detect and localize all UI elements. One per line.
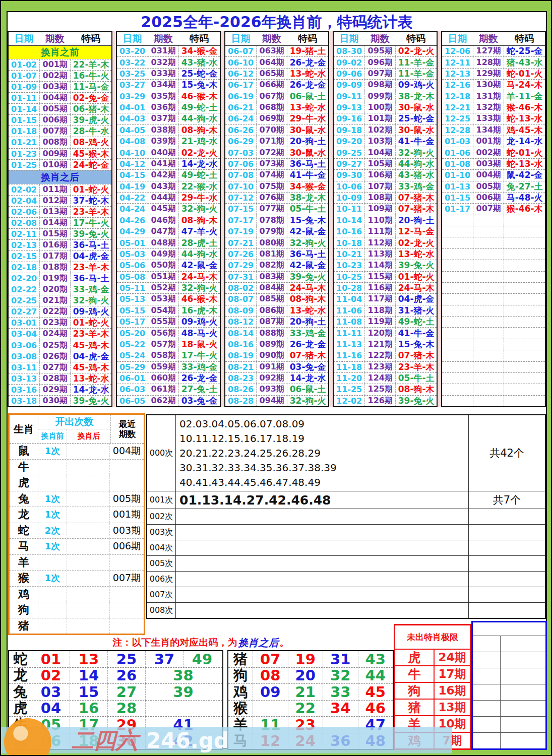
draw-date: 06-21 <box>225 102 256 113</box>
draw-code: 02-龙-火 <box>395 237 437 248</box>
draw-period: 008期 <box>39 137 70 148</box>
draw-period <box>473 249 504 260</box>
draw-period: 110期 <box>364 215 395 226</box>
draw-table-5: 日期 期数 特码 12-06 127期 蛇-25-金 12-11 <box>441 31 546 407</box>
draw-code: 03-兔-金 <box>178 396 220 406</box>
draw-date: 09-02 <box>334 57 364 68</box>
draw-period: 042期 <box>148 170 178 180</box>
draw-date: 06-10 <box>225 57 256 68</box>
draw-row: 03-08 026期 04-虎-金 <box>9 351 111 362</box>
draw-period: 014期 <box>39 218 70 228</box>
draw-row: 03-13 028期 13-蛇-水 <box>9 373 111 384</box>
sheet-body: 2025全年-2026年换肖前，特码统计表 日期 期数 特码 换肖之前 01-0… <box>7 11 547 749</box>
draw-period <box>473 226 504 237</box>
stats-before-count: 1次 <box>38 539 67 554</box>
table-body: 换肖之前 01-02 001期 22-羊-木 01-07 002期 16-牛-火 <box>9 46 111 406</box>
draw-period: 004期 <box>39 93 70 103</box>
zodiac-number: 08 <box>253 668 288 684</box>
draw-period <box>473 317 504 327</box>
draw-date: 05-24 <box>117 350 148 361</box>
limit-periods: 13期 <box>435 700 470 715</box>
draw-row: 08-26 093期 06-鼠-土 <box>225 384 328 395</box>
draw-code: 蛇-13-水 <box>504 159 545 169</box>
draw-code: 08-鸡-火 <box>70 137 111 148</box>
draw-row: 08-23 092期 14-龙-水 <box>225 372 328 384</box>
draw-row: 02-18 018期 23-羊-木 <box>9 262 111 273</box>
draw-period: 001期 <box>39 59 70 70</box>
draw-period: 037期 <box>148 113 178 124</box>
draw-date: 11-08 <box>334 317 364 327</box>
zodiac-number: 27 <box>107 684 145 700</box>
draw-date: 12-02 <box>334 396 364 406</box>
limit-zodiac: 虎 <box>395 650 435 665</box>
stats-recent-period <box>110 555 144 571</box>
draw-row <box>442 226 545 237</box>
draw-period: 059期 <box>148 362 178 372</box>
draw-code: 42-鼠-金 <box>287 260 328 271</box>
draw-period: 019期 <box>39 273 70 284</box>
draw-code: 38-龙-木 <box>287 193 328 203</box>
draw-code: 30-鼠-水 <box>287 147 328 158</box>
draw-row: 11-20 124期 05-牛-土 <box>334 372 437 384</box>
draw-code: 猴-46-木 <box>504 204 545 214</box>
draw-code: 36-马-土 <box>287 249 328 260</box>
draw-date <box>442 350 473 361</box>
draw-row: 04-12 041期 14-龙-水 <box>117 158 220 169</box>
draw-date <box>442 339 473 350</box>
stats-before-count <box>38 475 67 491</box>
stats-before-count: 1次 <box>38 444 67 459</box>
draw-period: 133期 <box>473 113 504 124</box>
draw-row: 07-29 082期 42-鼠-金 <box>225 260 328 271</box>
draw-date: 01-07 <box>9 71 39 81</box>
draw-date: 04-22 <box>117 193 148 203</box>
zodiac-number: 33 <box>323 684 358 700</box>
draw-row: 04-10 040期 02-龙-火 <box>117 147 220 158</box>
draw-period: 024期 <box>39 329 70 339</box>
draw-row: 05-13 053期 46-猴-木 <box>117 293 220 304</box>
header-period: 期数 <box>256 32 287 45</box>
draw-row: 01-13 005期 兔-27-土 <box>442 181 545 192</box>
draw-code <box>504 373 545 384</box>
draw-row: 09-13 100期 30-鼠-水 <box>334 102 437 113</box>
zodiac-number: 04 <box>32 701 70 717</box>
draw-date: 01-15 <box>9 115 39 125</box>
note-line: 注：以下生肖的对应出码，为 换肖之后 。 <box>8 635 394 650</box>
draw-row: 08-30 095期 02-龙-火 <box>334 46 437 56</box>
draw-row: 07-10 075期 34-猴-金 <box>225 181 328 192</box>
draw-date: 12-13 <box>442 69 473 79</box>
draw-period <box>473 215 504 226</box>
draw-code: 23-羊-木 <box>70 262 111 273</box>
draw-period: 043期 <box>148 181 178 192</box>
draw-code: 猴-46-木 <box>504 102 545 113</box>
draw-period: 125期 <box>364 384 395 395</box>
note-prefix: 注：以下生肖的对应出码，为 <box>113 636 237 649</box>
draw-row: 12-06 127期 蛇-25-金 <box>442 46 545 56</box>
draw-row: 06-24 069期 29-牛-水 <box>225 113 328 124</box>
draw-code: 31-猪-火 <box>395 305 437 316</box>
draw-row: 10-18 112期 02-龙-火 <box>334 237 437 248</box>
draw-code: 30-鼠-水 <box>395 102 437 113</box>
draw-period: 022期 <box>39 306 70 317</box>
draw-period <box>473 260 504 271</box>
draw-period: 041期 <box>148 159 178 169</box>
draw-date: 01-25 <box>9 160 39 170</box>
draw-row: 06-26 070期 30-鼠-水 <box>225 124 328 136</box>
draw-period: 078期 <box>256 215 287 226</box>
draw-code: 20-狗-土 <box>395 215 437 226</box>
draw-date: 03-20 <box>117 46 148 56</box>
draw-row: 08-28 094期 32-狗-火 <box>225 395 328 406</box>
draw-period <box>473 384 504 395</box>
draw-date: 07-17 <box>225 215 256 226</box>
draw-row: 01-08 003期 蛇-13-水 <box>442 158 545 169</box>
draw-row: 02-25 021期 32-狗-火 <box>9 295 111 306</box>
draw-row <box>442 260 545 271</box>
draw-period: 068期 <box>256 102 287 113</box>
draw-code: 27-兔-土 <box>178 384 220 395</box>
draw-code: 02-龙-火 <box>178 147 220 158</box>
stats-header-counts: 开出次数 换肖前 换肖后 <box>38 415 110 443</box>
zodiac-name: 兔 <box>9 684 32 700</box>
draw-date: 03-04 <box>9 329 39 339</box>
draw-period: 122期 <box>364 350 395 361</box>
stats-row: 狗 <box>10 602 144 618</box>
draw-code: 羊-11-金 <box>504 91 545 102</box>
